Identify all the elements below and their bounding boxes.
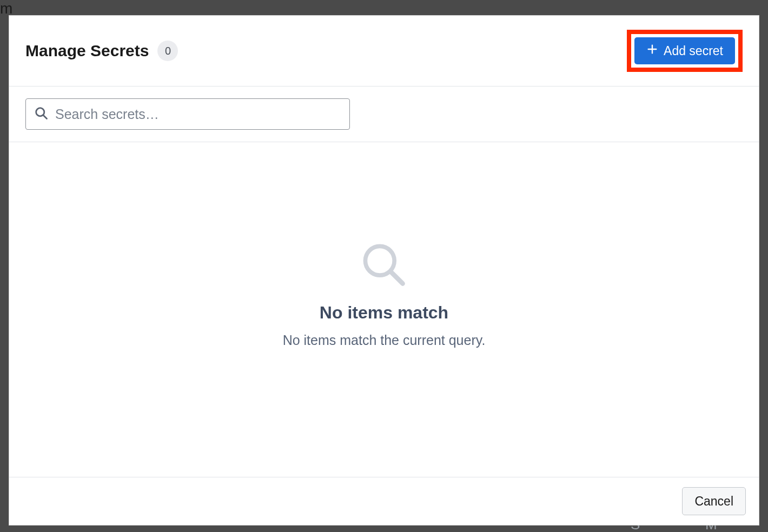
cancel-button[interactable]: Cancel bbox=[682, 487, 746, 515]
empty-search-icon bbox=[358, 239, 410, 293]
search-icon bbox=[34, 105, 49, 123]
modal-title: Manage Secrets bbox=[25, 42, 149, 60]
svg-line-5 bbox=[391, 272, 402, 283]
search-input[interactable] bbox=[55, 107, 342, 122]
search-wrap[interactable] bbox=[25, 98, 350, 130]
plus-icon bbox=[646, 43, 658, 58]
modal-header-left: Manage Secrets 0 bbox=[25, 41, 178, 61]
modal-header: Manage Secrets 0 Add secret bbox=[9, 16, 759, 87]
empty-state-title: No items match bbox=[320, 303, 448, 323]
secrets-count-badge: 0 bbox=[157, 41, 178, 61]
add-secret-button-label: Add secret bbox=[664, 44, 723, 58]
empty-state-subtitle: No items match the current query. bbox=[283, 332, 486, 348]
manage-secrets-modal: Manage Secrets 0 Add secret bbox=[9, 15, 759, 526]
add-secret-highlight-frame: Add secret bbox=[627, 30, 743, 72]
search-bar bbox=[9, 87, 759, 142]
modal-footer: Cancel bbox=[9, 477, 759, 525]
add-secret-button[interactable]: Add secret bbox=[634, 37, 735, 64]
empty-state: No items match No items match the curren… bbox=[9, 142, 759, 477]
svg-line-3 bbox=[43, 115, 47, 119]
